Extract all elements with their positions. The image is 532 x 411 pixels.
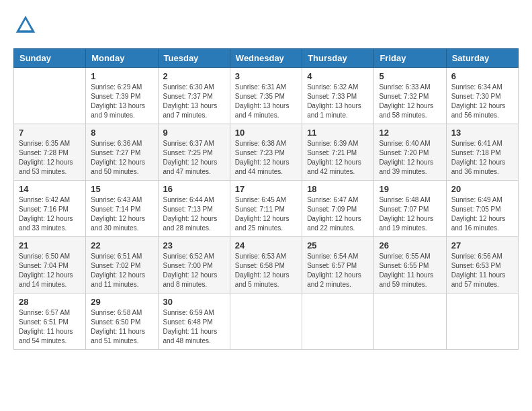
day-number: 20 (451, 184, 513, 194)
calendar-cell: 25Sunrise: 6:54 AM Sunset: 6:57 PM Dayli… (302, 237, 374, 293)
calendar-cell: 12Sunrise: 6:40 AM Sunset: 7:20 PM Dayli… (374, 124, 446, 181)
calendar-cell: 11Sunrise: 6:39 AM Sunset: 7:21 PM Dayli… (302, 124, 374, 181)
day-number: 23 (163, 240, 225, 250)
calendar-cell (446, 293, 518, 350)
calendar-cell: 16Sunrise: 6:44 AM Sunset: 7:13 PM Dayli… (158, 181, 230, 237)
day-number: 4 (307, 71, 369, 81)
day-info: Sunrise: 6:58 AM Sunset: 6:50 PM Dayligh… (91, 308, 152, 346)
day-info: Sunrise: 6:30 AM Sunset: 7:37 PM Dayligh… (163, 83, 225, 120)
day-number: 29 (91, 297, 152, 307)
calendar-cell: 26Sunrise: 6:55 AM Sunset: 6:55 PM Dayli… (374, 237, 446, 293)
logo (13, 13, 42, 38)
calendar-cell (302, 293, 374, 350)
day-number: 30 (163, 297, 225, 307)
day-info: Sunrise: 6:36 AM Sunset: 7:27 PM Dayligh… (91, 139, 152, 177)
day-number: 15 (91, 184, 152, 194)
logo-icon (13, 13, 38, 38)
calendar-cell: 17Sunrise: 6:45 AM Sunset: 7:11 PM Dayli… (230, 181, 302, 237)
calendar-cell: 23Sunrise: 6:52 AM Sunset: 7:00 PM Dayli… (158, 237, 230, 293)
day-number: 14 (19, 184, 81, 194)
calendar-header-row: SundayMondayTuesdayWednesdayThursdayFrid… (14, 49, 519, 68)
calendar-cell: 29Sunrise: 6:58 AM Sunset: 6:50 PM Dayli… (86, 293, 158, 350)
calendar-cell: 13Sunrise: 6:41 AM Sunset: 7:18 PM Dayli… (446, 124, 518, 181)
day-info: Sunrise: 6:31 AM Sunset: 7:35 PM Dayligh… (235, 83, 297, 120)
calendar-cell: 3Sunrise: 6:31 AM Sunset: 7:35 PM Daylig… (230, 68, 302, 124)
day-number: 11 (307, 128, 369, 138)
day-info: Sunrise: 6:50 AM Sunset: 7:04 PM Dayligh… (19, 252, 81, 289)
calendar-cell: 5Sunrise: 6:33 AM Sunset: 7:32 PM Daylig… (374, 68, 446, 124)
column-header-monday: Monday (86, 49, 158, 68)
column-header-thursday: Thursday (302, 49, 374, 68)
day-number: 17 (235, 184, 297, 194)
day-info: Sunrise: 6:59 AM Sunset: 6:48 PM Dayligh… (163, 308, 225, 346)
day-info: Sunrise: 6:38 AM Sunset: 7:23 PM Dayligh… (235, 139, 297, 177)
day-info: Sunrise: 6:44 AM Sunset: 7:13 PM Dayligh… (163, 195, 225, 233)
calendar-cell: 28Sunrise: 6:57 AM Sunset: 6:51 PM Dayli… (14, 293, 86, 350)
day-number: 5 (379, 71, 441, 81)
calendar-week-row: 28Sunrise: 6:57 AM Sunset: 6:51 PM Dayli… (14, 293, 519, 350)
calendar-cell (14, 68, 86, 124)
day-info: Sunrise: 6:41 AM Sunset: 7:18 PM Dayligh… (451, 139, 513, 177)
calendar-week-row: 1Sunrise: 6:29 AM Sunset: 7:39 PM Daylig… (14, 68, 519, 124)
day-number: 21 (19, 240, 81, 250)
calendar-cell: 2Sunrise: 6:30 AM Sunset: 7:37 PM Daylig… (158, 68, 230, 124)
day-info: Sunrise: 6:33 AM Sunset: 7:32 PM Dayligh… (379, 83, 441, 120)
day-number: 2 (163, 71, 225, 81)
day-info: Sunrise: 6:55 AM Sunset: 6:55 PM Dayligh… (379, 252, 441, 289)
calendar-week-row: 21Sunrise: 6:50 AM Sunset: 7:04 PM Dayli… (14, 237, 519, 293)
day-info: Sunrise: 6:34 AM Sunset: 7:30 PM Dayligh… (451, 83, 513, 120)
calendar-cell: 6Sunrise: 6:34 AM Sunset: 7:30 PM Daylig… (446, 68, 518, 124)
calendar-cell: 7Sunrise: 6:35 AM Sunset: 7:28 PM Daylig… (14, 124, 86, 181)
day-number: 27 (451, 240, 513, 250)
day-info: Sunrise: 6:56 AM Sunset: 6:53 PM Dayligh… (451, 252, 513, 289)
day-info: Sunrise: 6:52 AM Sunset: 7:00 PM Dayligh… (163, 252, 225, 289)
calendar-week-row: 14Sunrise: 6:42 AM Sunset: 7:16 PM Dayli… (14, 181, 519, 237)
day-info: Sunrise: 6:29 AM Sunset: 7:39 PM Dayligh… (91, 83, 152, 120)
calendar-cell: 4Sunrise: 6:32 AM Sunset: 7:33 PM Daylig… (302, 68, 374, 124)
calendar-cell: 27Sunrise: 6:56 AM Sunset: 6:53 PM Dayli… (446, 237, 518, 293)
calendar-cell: 24Sunrise: 6:53 AM Sunset: 6:58 PM Dayli… (230, 237, 302, 293)
day-info: Sunrise: 6:49 AM Sunset: 7:05 PM Dayligh… (451, 195, 513, 233)
column-header-friday: Friday (374, 49, 446, 68)
calendar-cell: 22Sunrise: 6:51 AM Sunset: 7:02 PM Dayli… (86, 237, 158, 293)
calendar-cell (374, 293, 446, 350)
day-number: 12 (379, 128, 441, 138)
day-number: 10 (235, 128, 297, 138)
day-info: Sunrise: 6:54 AM Sunset: 6:57 PM Dayligh… (307, 252, 369, 289)
calendar-cell: 21Sunrise: 6:50 AM Sunset: 7:04 PM Dayli… (14, 237, 86, 293)
calendar-cell: 1Sunrise: 6:29 AM Sunset: 7:39 PM Daylig… (86, 68, 158, 124)
day-number: 19 (379, 184, 441, 194)
day-info: Sunrise: 6:42 AM Sunset: 7:16 PM Dayligh… (19, 195, 81, 233)
calendar-table: SundayMondayTuesdayWednesdayThursdayFrid… (13, 48, 519, 350)
calendar-cell: 14Sunrise: 6:42 AM Sunset: 7:16 PM Dayli… (14, 181, 86, 237)
day-number: 1 (91, 71, 152, 81)
day-number: 26 (379, 240, 441, 250)
calendar-cell: 8Sunrise: 6:36 AM Sunset: 7:27 PM Daylig… (86, 124, 158, 181)
calendar-cell: 30Sunrise: 6:59 AM Sunset: 6:48 PM Dayli… (158, 293, 230, 350)
day-info: Sunrise: 6:40 AM Sunset: 7:20 PM Dayligh… (379, 139, 441, 177)
column-header-wednesday: Wednesday (230, 49, 302, 68)
day-number: 9 (163, 128, 225, 138)
day-info: Sunrise: 6:39 AM Sunset: 7:21 PM Dayligh… (307, 139, 369, 177)
day-number: 24 (235, 240, 297, 250)
calendar-cell: 18Sunrise: 6:47 AM Sunset: 7:09 PM Dayli… (302, 181, 374, 237)
calendar-cell: 20Sunrise: 6:49 AM Sunset: 7:05 PM Dayli… (446, 181, 518, 237)
column-header-tuesday: Tuesday (158, 49, 230, 68)
calendar-cell: 15Sunrise: 6:43 AM Sunset: 7:14 PM Dayli… (86, 181, 158, 237)
day-number: 8 (91, 128, 152, 138)
day-info: Sunrise: 6:48 AM Sunset: 7:07 PM Dayligh… (379, 195, 441, 233)
column-header-sunday: Sunday (14, 49, 86, 68)
calendar-week-row: 7Sunrise: 6:35 AM Sunset: 7:28 PM Daylig… (14, 124, 519, 181)
day-number: 16 (163, 184, 225, 194)
day-number: 25 (307, 240, 369, 250)
day-info: Sunrise: 6:47 AM Sunset: 7:09 PM Dayligh… (307, 195, 369, 233)
day-info: Sunrise: 6:53 AM Sunset: 6:58 PM Dayligh… (235, 252, 297, 289)
day-number: 6 (451, 71, 513, 81)
day-info: Sunrise: 6:37 AM Sunset: 7:25 PM Dayligh… (163, 139, 225, 177)
day-info: Sunrise: 6:32 AM Sunset: 7:33 PM Dayligh… (307, 83, 369, 120)
day-info: Sunrise: 6:43 AM Sunset: 7:14 PM Dayligh… (91, 195, 152, 233)
day-info: Sunrise: 6:57 AM Sunset: 6:51 PM Dayligh… (19, 308, 81, 346)
day-number: 7 (19, 128, 81, 138)
page-header (13, 13, 519, 38)
day-number: 28 (19, 297, 81, 307)
